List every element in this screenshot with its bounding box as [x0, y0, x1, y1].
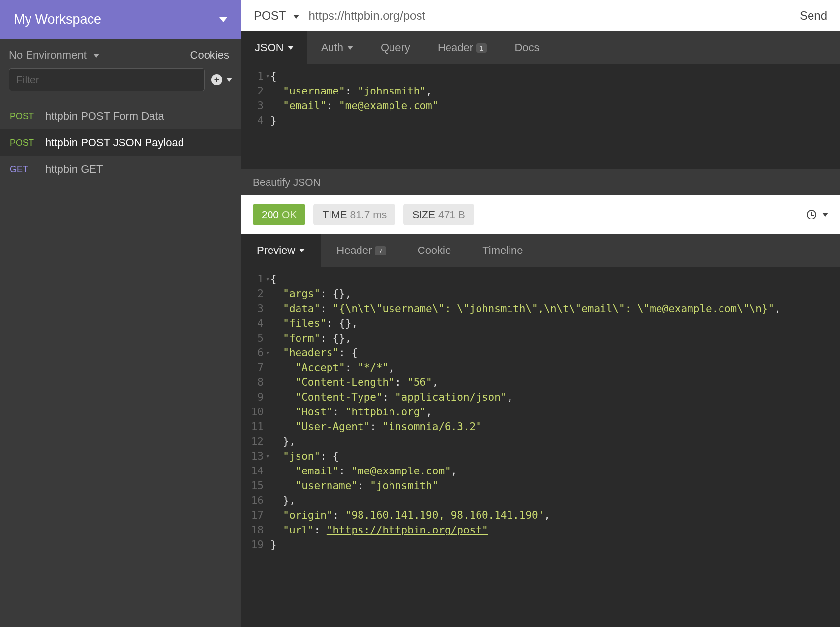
caret-down-icon	[93, 54, 99, 58]
tab-header-label: Header	[438, 41, 473, 54]
request-label: httpbin GET	[45, 163, 103, 176]
request-pane: JSON Auth Query Header 1 Docs 1▾{2	[241, 31, 840, 195]
caret-down-icon	[347, 46, 353, 50]
request-label: httpbin POST Form Data	[45, 110, 164, 123]
filter-row: +	[0, 68, 241, 100]
main-pane: POST https://httpbin.org/post Send JSON …	[241, 0, 840, 627]
tab-cookie[interactable]: Cookie	[402, 234, 467, 267]
tab-query-label: Query	[381, 41, 410, 54]
tab-docs-label: Docs	[514, 41, 539, 54]
request-item[interactable]: POSThttpbin POST Form Data	[0, 103, 241, 129]
response-status-bar: 200OK TIME81.7 ms SIZE471 B	[241, 195, 840, 234]
environment-label: No Environment	[9, 49, 87, 61]
environment-dropdown[interactable]: No Environment	[9, 49, 99, 62]
request-item[interactable]: POSThttpbin POST JSON Payload	[0, 129, 241, 156]
tab-body[interactable]: JSON	[241, 31, 307, 65]
tab-body-label: JSON	[255, 41, 284, 54]
tab-timeline[interactable]: Timeline	[467, 234, 539, 267]
tab-auth-label: Auth	[321, 41, 343, 54]
request-label: httpbin POST JSON Payload	[45, 136, 184, 149]
resp-header-count-badge: 7	[375, 246, 386, 255]
header-count-badge: 1	[476, 43, 487, 53]
method-tag: POST	[10, 111, 38, 122]
url-input[interactable]: https://httpbin.org/post	[309, 9, 790, 23]
size-label: SIZE	[412, 209, 435, 220]
caret-down-icon	[822, 213, 828, 217]
caret-down-icon	[226, 78, 232, 82]
response-tabs: Preview Header 7 Cookie Timeline	[241, 234, 840, 267]
caret-down-icon	[288, 46, 294, 50]
time-badge: TIME81.7 ms	[313, 204, 395, 225]
method-dropdown[interactable]: POST	[254, 9, 299, 23]
status-text: OK	[282, 209, 297, 220]
clock-icon	[807, 210, 816, 219]
caret-down-icon	[219, 17, 227, 22]
size-badge: SIZE471 B	[403, 204, 474, 225]
tab-preview[interactable]: Preview	[241, 234, 321, 267]
method-value: POST	[254, 9, 286, 22]
tab-docs[interactable]: Docs	[501, 31, 553, 64]
caret-down-icon	[299, 249, 305, 252]
send-button[interactable]: Send	[800, 9, 827, 23]
time-label: TIME	[322, 209, 347, 220]
url-bar: POST https://httpbin.org/post Send	[241, 0, 840, 31]
request-body-editor[interactable]: 1▾{2 "username": "johnsmith",3 "email": …	[241, 64, 840, 169]
tab-preview-label: Preview	[257, 244, 295, 257]
size-value: 471 B	[438, 209, 465, 220]
tab-cookie-label: Cookie	[418, 244, 451, 257]
sidebar-toolbar: No Environment Cookies	[0, 39, 241, 68]
tab-timeline-label: Timeline	[482, 244, 523, 257]
workspace-dropdown[interactable]: My Workspace	[0, 0, 241, 39]
workspace-name: My Workspace	[14, 12, 101, 27]
tab-auth[interactable]: Auth	[307, 31, 367, 64]
tab-header[interactable]: Header 1	[424, 31, 501, 64]
caret-down-icon	[293, 15, 299, 19]
request-tabs: JSON Auth Query Header 1 Docs	[241, 31, 840, 64]
sidebar: My Workspace No Environment Cookies + PO…	[0, 0, 241, 627]
tab-resp-header-label: Header	[336, 244, 372, 257]
beautify-json-button[interactable]: Beautify JSON	[241, 169, 840, 195]
status-badge: 200OK	[253, 204, 305, 225]
tab-query[interactable]: Query	[367, 31, 424, 64]
response-pane: 200OK TIME81.7 ms SIZE471 B Preview	[241, 195, 840, 627]
status-code: 200	[262, 209, 279, 220]
new-request-button[interactable]: +	[211, 74, 232, 85]
method-tag: GET	[10, 164, 38, 175]
request-item[interactable]: GEThttpbin GET	[0, 156, 241, 183]
time-value: 81.7 ms	[350, 209, 387, 220]
method-tag: POST	[10, 138, 38, 148]
response-body-viewer[interactable]: 1▾{2 "args": {},3 "data": "{\n\t\"userna…	[241, 267, 840, 627]
filter-input[interactable]	[9, 68, 205, 91]
cookies-button[interactable]: Cookies	[190, 49, 229, 62]
plus-icon: +	[211, 74, 222, 85]
request-list: POSThttpbin POST Form DataPOSThttpbin PO…	[0, 100, 241, 183]
tab-resp-header[interactable]: Header 7	[321, 234, 402, 267]
response-history-dropdown[interactable]	[807, 210, 828, 219]
